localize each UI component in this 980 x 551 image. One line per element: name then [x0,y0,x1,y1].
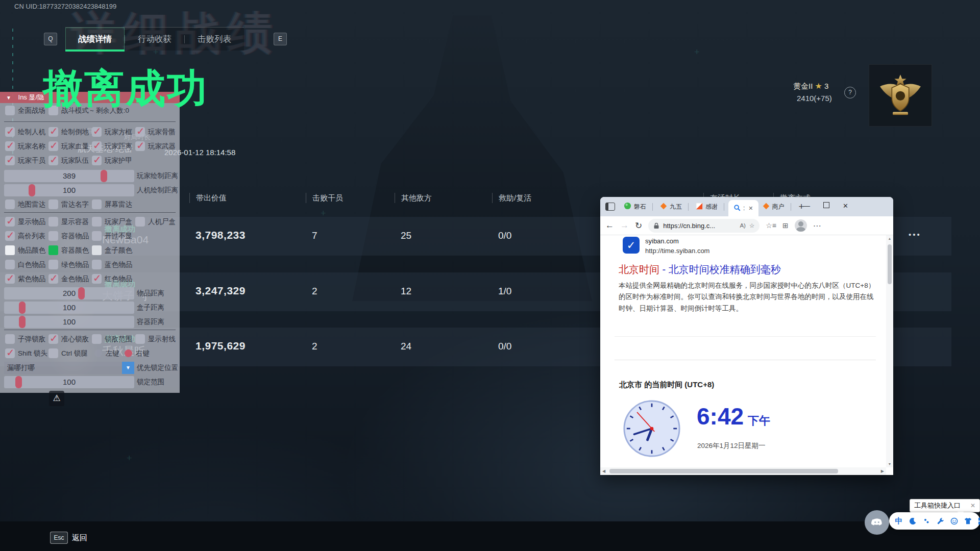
menu-slider-玩家绘制距离[interactable]: 389 [4,170,134,182]
menu-slider-物品距离[interactable]: 200 [4,287,134,299]
menu-checkbox-Shift 锁头[interactable] [5,348,15,358]
menu-checkbox-显示射线[interactable] [135,334,145,344]
menu-checkbox-玩家护甲[interactable] [92,156,102,165]
favorite-add-icon[interactable]: ☆ [749,222,754,229]
result-title-link[interactable]: 北京时间 - 北京时间校准精确到毫秒 [619,263,781,277]
menu-checkbox-玩家尸盒[interactable] [92,217,102,227]
menu-checkbox-绘制倒地[interactable] [48,127,58,137]
menu-checkbox-白色物品[interactable] [5,260,15,269]
menu-checkbox-金色物品[interactable] [48,274,58,284]
row-more-button[interactable]: ••• [909,230,921,239]
close-window-button[interactable]: ✕ [843,202,848,210]
browser-tab-5[interactable]: 商户 [759,197,795,216]
tab-kill-list[interactable]: 击败列表 [185,28,244,51]
url-text[interactable]: https://cn.bing.c... [663,222,736,230]
browser-tab-2[interactable]: 九五 [656,197,692,216]
menu-slider-handle[interactable] [15,376,22,388]
menu-slider-盒子距离[interactable]: 100 [4,302,134,314]
reload-button[interactable]: ↻ [635,220,642,231]
read-aloud-icon[interactable]: A) [740,222,746,229]
tab-action-loot[interactable]: 行动收获 [125,28,184,51]
tab-battle-detail[interactable]: 战绩详情 [65,28,125,51]
scroll-left-icon[interactable]: ◀ [602,469,605,473]
tooltip-close-icon[interactable]: ✕ [970,502,975,509]
moon-icon[interactable] [908,516,917,525]
menu-checkbox-准心锁敌[interactable] [48,334,58,344]
menu-checkbox-玩家骨骼[interactable] [135,127,145,137]
menu-checkbox-雷达名字[interactable] [48,199,58,209]
cheat-menu-panel[interactable]: ▼ Ins 显/隐 全面战场战斗模式~ 剩余人数:0绘制人机绘制倒地玩家方框玩家… [0,92,180,393]
menu-radio-右键[interactable] [125,349,132,357]
shirt-icon[interactable] [963,516,972,525]
menu-checkbox-人机尸盒[interactable] [135,217,145,227]
collapse-arrow-icon[interactable]: ▼ [6,95,11,101]
community-app-button[interactable] [865,510,889,535]
menu-slider-容器距离[interactable]: 100 [4,316,134,328]
menu-slider-handle[interactable] [78,287,85,299]
menu-color-swatch-盒子颜色[interactable] [92,245,102,255]
scroll-down-icon[interactable]: ▼ [886,462,893,466]
menu-checkbox-绘制人机[interactable] [5,127,15,137]
menu-checkbox-容器物品[interactable] [48,231,58,241]
menu-checkbox-地图雷达[interactable] [5,199,15,209]
menu-checkbox-锁敌范围[interactable] [92,334,102,344]
menu-slider-人机绘制距离[interactable]: 100 [4,184,134,196]
menu-checkbox-Ctrl 锁腿[interactable] [48,348,58,358]
menu-slider-handle[interactable] [29,184,35,196]
collections-icon[interactable]: ☆≡ [766,221,776,230]
menu-slider-锁定范围[interactable]: 100 [4,376,134,388]
menu-checkbox-显示物品[interactable] [5,217,15,227]
horizontal-scroll-thumb[interactable] [609,469,838,473]
dropdown-arrow-icon[interactable]: ▼ [122,362,134,374]
vertical-scroll-thumb[interactable] [888,244,892,284]
grid-icon[interactable] [977,516,980,525]
menu-color-swatch-物品颜色[interactable] [5,245,15,255]
lang-zh-icon[interactable]: 中 [894,516,903,525]
menu-checkbox-绿色物品[interactable] [48,260,58,269]
menu-select-优先锁定位置[interactable]: 漏哪打哪▼ [4,362,134,374]
menu-checkbox-屏幕雷达[interactable] [92,199,102,209]
menu-checkbox-玩家武器[interactable] [135,141,145,151]
menu-checkbox-全面战场[interactable] [5,106,15,115]
browser-tab-4[interactable]: :✕ [728,200,758,216]
menu-radio-左键[interactable] [94,349,102,357]
dots-icon[interactable] [922,516,931,525]
workspace-icon[interactable] [605,203,615,211]
address-bar[interactable]: https://cn.bing.c... A) ☆ [648,219,760,233]
browser-tab-3[interactable]: 感谢 [692,197,728,216]
menu-checkbox-玩家距离[interactable] [92,141,102,151]
split-screen-icon[interactable]: ⊞ [782,221,789,230]
menu-checkbox-玩家血量[interactable] [48,141,58,151]
maximize-button[interactable] [823,202,829,210]
menu-checkbox-玩家名称[interactable] [5,141,15,151]
help-icon[interactable]: ? [844,87,856,98]
menu-checkbox-显示容器[interactable] [48,217,58,227]
menu-checkbox-玩家干员[interactable] [5,156,15,165]
back-button[interactable]: ← [605,220,614,231]
menu-checkbox-红色物品[interactable] [92,274,102,284]
settings-more-icon[interactable]: ⋯ [813,221,821,231]
menu-checkbox-蓝色物品[interactable] [92,260,102,269]
minimize-button[interactable]: — [803,202,810,210]
menu-checkbox-子弹锁敌[interactable] [5,334,15,344]
menu-checkbox-玩家队伍[interactable] [48,156,58,165]
wrench-icon[interactable] [936,516,945,525]
menu-slider-handle[interactable] [19,316,26,328]
menu-checkbox-高价列表[interactable] [5,231,15,241]
tab-close-icon[interactable]: ✕ [748,205,753,212]
menu-checkbox-玩家方框[interactable] [92,127,102,137]
menu-checkbox-开过不显[interactable] [92,231,102,241]
menu-slider-handle[interactable] [101,170,107,182]
browser-window[interactable]: 磐石九五感谢:✕商户+ — ✕ ← → ↻ https://cn.bing.c.… [600,197,893,475]
horizontal-scrollbar[interactable]: ◀ ▶ [600,467,886,475]
esc-key-button[interactable]: Esc [50,532,68,544]
menu-color-swatch-容器颜色[interactable] [48,245,58,255]
profile-avatar[interactable] [795,219,807,232]
menu-slider-handle[interactable] [19,302,26,314]
scroll-up-icon[interactable]: ▲ [886,237,893,240]
smiley-icon[interactable] [949,516,959,525]
browser-tab-1[interactable]: 磐石 [620,197,656,216]
scroll-right-icon[interactable]: ▶ [881,469,884,473]
forward-button[interactable]: → [620,220,629,231]
menu-checkbox-紫色物品[interactable] [5,274,15,284]
